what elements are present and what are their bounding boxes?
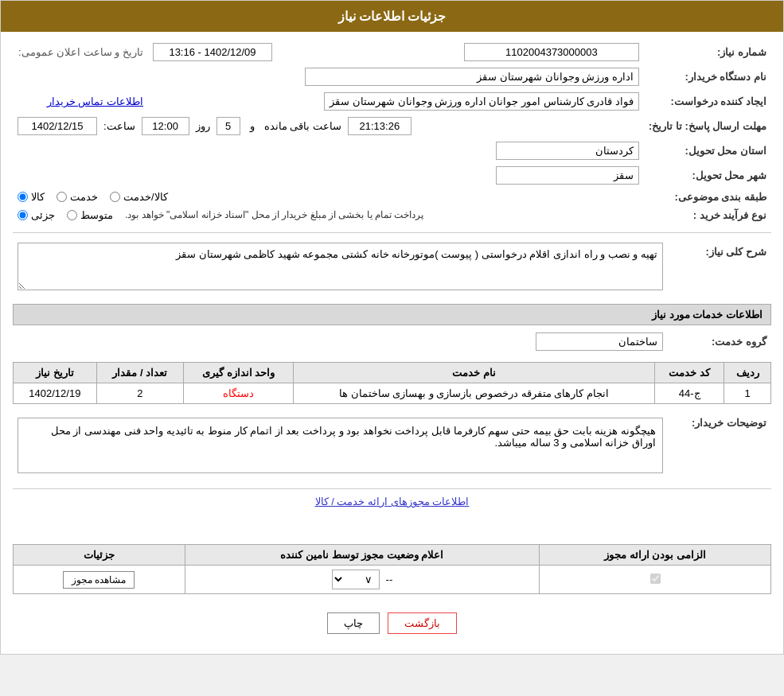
col-count: تعداد / مقدار (96, 363, 183, 383)
radio-kala-khedmat-item[interactable]: کالا/خدمت (110, 191, 168, 203)
mojaz-table: الزامی بودن ارائه مجوز اعلام وضعیت مجوز … (13, 544, 771, 594)
ijad-konande-label: ایجاد کننده درخواست: (644, 89, 771, 114)
page-header: جزئیات اطلاعات نیاز (1, 1, 783, 32)
shomare-label: شماره نیاز: (644, 40, 771, 64)
ijad-konande-link[interactable]: اطلاعات تماس خریدار (47, 95, 143, 107)
khadamat-header-label: اطلاعات خدمات مورد نیاز (652, 309, 763, 321)
page-container: جزئیات اطلاعات نیاز شماره نیاز: 11020043… (0, 0, 784, 655)
services-tbody: 1 ج-44 انجام کارهای متفرقه درخصوص بازساز… (14, 383, 771, 404)
mojaz-info-section: اطلاعات مجوزهای ارائه خدمت / کالا (13, 496, 771, 507)
tabaqeh-label: طبقه بندی موضوعی: (644, 188, 771, 206)
shomare-value: 1102004373000003 (277, 40, 644, 64)
mojaz-header-row: الزامی بودن ارائه مجوز اعلام وضعیت مجوز … (14, 545, 771, 566)
mojaz-thead: الزامی بودن ارائه مجوز اعلام وضعیت مجوز … (14, 545, 771, 566)
radio-kala-khedmat[interactable] (110, 192, 120, 202)
mojaz-view-button[interactable]: مشاهده مجوز (63, 571, 135, 589)
tozihat-row: توضیحات خریدار: هیچگونه هزینه بابت حق بی… (13, 410, 771, 480)
shahr-value: سقز (496, 166, 639, 185)
tarikh-value: 1402/12/09 - 13:16 (153, 43, 272, 61)
mojaz-col-vaziat: اعلام وضعیت مجوز توسط نامین کننده (185, 545, 540, 566)
back-button[interactable]: بازگشت (388, 612, 457, 634)
radio-kala[interactable] (18, 192, 28, 202)
mojaz-tbody: -- ∨ مشاهده مجوز (14, 566, 771, 594)
col-unit: واحد اندازه گیری (184, 363, 294, 383)
tabaqeh-row: طبقه بندی موضوعی: کالا/خدمت خدمت کالا (13, 188, 771, 206)
cell-code: ج-44 (654, 383, 724, 404)
cell-unit: دستگاه (184, 383, 294, 404)
grooh-table: گروه خدمت: ساختمان (13, 329, 771, 354)
process-motovaset-item: پرداخت تمام یا بخشی از مبلغ خریدار از مح… (125, 209, 423, 220)
mojaz-row: -- ∨ مشاهده مجوز (14, 566, 771, 594)
farayand-label: نوع فرآیند خرید : (644, 206, 771, 224)
shahr-label: شهر محل تحویل: (644, 163, 771, 188)
mojaz-vaziat-value: -- (386, 574, 393, 585)
radio-motovaset[interactable] (67, 210, 77, 220)
radio-jozii-item[interactable]: جزئی (18, 209, 55, 221)
process-row: پرداخت تمام یا بخشی از مبلغ خریدار از مح… (18, 209, 639, 221)
radio-kala-khedmat-label: کالا/خدمت (123, 191, 168, 203)
mojaz-col-elzami: الزامی بودن ارائه مجوز (540, 545, 771, 566)
mohlat-saat-label: ساعت: (103, 120, 135, 132)
tabaqeh-radio-group: کالا/خدمت خدمت کالا (18, 191, 639, 203)
grooh-label: گروه خدمت: (668, 329, 771, 354)
mohlat-datetime-row: 21:13:26 ساعت باقی مانده و 5 روز 12:00 س… (18, 117, 639, 135)
naam-dastgah-row: نام دستگاه خریدار: اداره ورزش وجوانان شه… (13, 64, 771, 89)
process-text: پرداخت تمام یا بخشی از مبلغ خریدار از مح… (125, 209, 423, 220)
cell-count: 2 (96, 383, 183, 404)
naam-dastgah-value: اداره ورزش وجوانان شهرستان سقز (305, 68, 639, 86)
content-area: شماره نیاز: 1102004373000003 1402/12/09 … (1, 32, 783, 654)
page-title: جزئیات اطلاعات نیاز (338, 10, 447, 23)
radio-jozii[interactable] (18, 210, 28, 220)
shomare-input: 1102004373000003 (464, 43, 639, 61)
services-thead: ردیف کد خدمت نام خدمت واحد اندازه گیری ت… (14, 363, 771, 383)
spacer (13, 514, 771, 538)
cell-date: 1402/12/19 (14, 383, 97, 404)
col-name: نام خدمت (294, 363, 655, 383)
sharh-row: شرح کلی نیاز: تهیه و نصب و راه اندازی اق… (13, 239, 771, 296)
ijad-konande-row: ایجاد کننده درخواست: فواد قادری کارشناس … (13, 89, 771, 114)
mohlat-saat-mande: 21:13:26 (348, 117, 412, 135)
services-header-row: ردیف کد خدمت نام خدمت واحد اندازه گیری ت… (14, 363, 771, 383)
grooh-row: گروه خدمت: ساختمان (13, 329, 771, 354)
table-row: 1 ج-44 انجام کارهای متفرقه درخصوص بازساز… (14, 383, 771, 404)
radio-kala-item[interactable]: کالا (18, 191, 45, 203)
shahr-row: شهر محل تحویل: سقز (13, 163, 771, 188)
mojaz-info-link[interactable]: اطلاعات مجوزهای ارائه خدمت / کالا (315, 496, 470, 507)
khadamat-section-header: اطلاعات خدمات مورد نیاز (13, 304, 771, 325)
cell-radif: 1 (724, 383, 771, 404)
ostan-row: استان محل تحویل: کردستان (13, 138, 771, 163)
sharh-label: شرح کلی نیاز: (668, 239, 771, 296)
services-table: ردیف کد خدمت نام خدمت واحد اندازه گیری ت… (13, 362, 771, 404)
tozihat-value: هیچگونه هزینه بابت حق بیمه حتی سهم کارفر… (51, 425, 656, 449)
mohlat-date-value: 1402/12/15 (18, 117, 97, 135)
ostan-label: استان محل تحویل: (644, 138, 771, 163)
mojaz-select[interactable]: ∨ (332, 570, 380, 589)
ostan-value: کردستان (496, 142, 639, 160)
col-code: کد خدمت (654, 363, 724, 383)
ijad-konande-value: فواد قادری کارشناس امور جوانان اداره ورز… (324, 92, 639, 111)
mohlat-rooz-label-text: و (250, 120, 255, 132)
radio-motovaset-item[interactable]: متوسط (67, 209, 113, 221)
print-button[interactable]: چاپ (327, 612, 380, 634)
mojaz-elzami-cell (540, 566, 771, 594)
radio-kala-label: کالا (31, 191, 45, 203)
sharh-table: شرح کلی نیاز: تهیه و نصب و راه اندازی اق… (13, 239, 771, 296)
tozihat-box: هیچگونه هزینه بابت حق بیمه حتی سهم کارفر… (18, 418, 663, 473)
radio-khedmat[interactable] (57, 192, 67, 202)
col-date: تاریخ نیاز (14, 363, 97, 383)
grooh-value: ساختمان (536, 332, 663, 351)
radio-motovaset-label: متوسط (80, 209, 113, 221)
footer-buttons: بازگشت چاپ (13, 601, 771, 646)
mojaz-checkbox (650, 574, 661, 584)
sharh-textarea[interactable]: تهیه و نصب و راه اندازی اقلام درخواستی (… (18, 243, 663, 290)
mojaz-joziat-cell: مشاهده مجوز (14, 566, 185, 594)
divider-1 (13, 232, 771, 233)
radio-khedmat-label: خدمت (70, 191, 98, 203)
radio-khedmat-item[interactable]: خدمت (57, 191, 98, 203)
mohlat-saat-mande-label: ساعت باقی مانده (264, 120, 341, 132)
divider-2 (13, 488, 771, 489)
mohlat-row: مهلت ارسال پاسخ: تا تاریخ: 21:13:26 ساعت… (13, 114, 771, 138)
farayand-row: نوع فرآیند خرید : پرداخت تمام یا بخشی از… (13, 206, 771, 224)
cell-name: انجام کارهای متفرقه درخصوص بازسازی و بهس… (294, 383, 655, 404)
mohlat-rooz-label: روز (196, 120, 210, 132)
